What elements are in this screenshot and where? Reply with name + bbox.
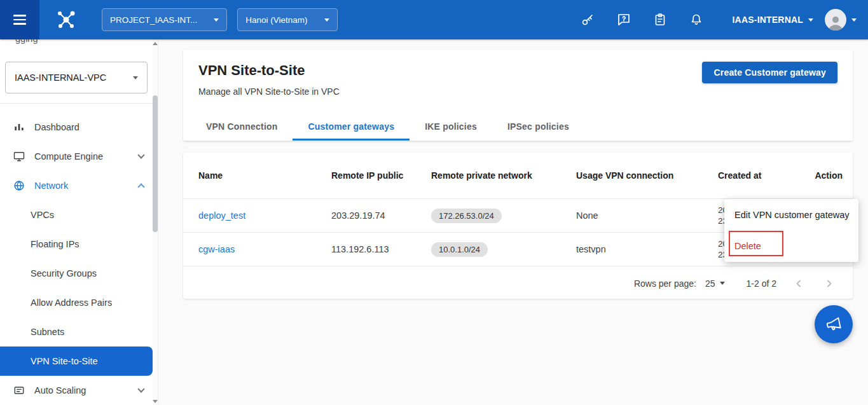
- scroll-down-arrow[interactable]: [153, 398, 158, 404]
- hamburger-icon: [13, 12, 26, 27]
- previous-page-button[interactable]: [790, 275, 807, 292]
- column-header-name: Name: [198, 170, 331, 181]
- project-selector[interactable]: PROJECT_IAAS-INT...: [102, 8, 227, 31]
- page-header-card: VPN Site-to-Site Manage all VPN Site-to-…: [183, 50, 853, 141]
- vpc-selector-value: IAAS-INTERNAL-VPC: [15, 72, 106, 83]
- remote-ip-cell: 113.192.6.113: [331, 244, 431, 254]
- page-title: VPN Site-to-Site: [198, 62, 305, 79]
- sidebar-item-dashboard[interactable]: Dashboard: [0, 113, 153, 142]
- chevron-up-icon: [137, 183, 144, 190]
- api-key-icon[interactable]: [580, 12, 595, 27]
- chevron-down-icon: [133, 76, 138, 79]
- menu-item-edit-vpn-customer-gateway[interactable]: Edit VPN customer gateway: [724, 199, 858, 230]
- usage-cell: None: [576, 210, 718, 221]
- tabs: VPN Connection Customer gateways IKE pol…: [183, 113, 853, 141]
- sidebar-item-label: Network: [34, 181, 130, 191]
- chevron-down-icon: [808, 18, 813, 22]
- sidebar-item-auto-scaling[interactable]: Auto Scaling: [0, 376, 153, 405]
- announcement-fab[interactable]: [815, 305, 853, 343]
- remote-ip-cell: 203.29.19.74: [331, 210, 431, 221]
- sidebar-scrollbar[interactable]: [153, 39, 158, 405]
- project-selector-value: PROJECT_IAAS-INT...: [110, 15, 197, 25]
- vpc-selector[interactable]: IAAS-INTERNAL-VPC: [5, 62, 148, 93]
- chevron-left-icon: [794, 279, 803, 288]
- chevron-down-icon: [137, 385, 144, 392]
- sidebar-item-security-groups[interactable]: Security Groups: [0, 259, 153, 288]
- next-page-button[interactable]: [821, 275, 837, 292]
- chevron-down-icon: [324, 18, 329, 22]
- dashboard-icon: [13, 121, 25, 134]
- column-header-remote-ip: Remote IP public: [331, 170, 431, 181]
- sidebar: gging IAAS-INTERNAL-VPC Dashboard Comput…: [0, 39, 158, 405]
- usage-cell: testvpn: [576, 244, 718, 254]
- sidebar-item-network[interactable]: Network: [0, 171, 153, 200]
- chevron-down-icon: [137, 151, 144, 158]
- sidebar-item-floating-ips[interactable]: Floating IPs: [0, 230, 153, 259]
- sidebar-item-label: Security Groups: [31, 268, 144, 278]
- clipboard-icon[interactable]: [652, 12, 668, 27]
- compute-engine-icon: [13, 150, 25, 163]
- region-selector-value: Hanoi (Vietnam): [245, 15, 307, 25]
- sidebar-item-vpcs[interactable]: VPCs: [0, 200, 153, 230]
- sidebar-item-label: Compute Engine: [34, 151, 130, 161]
- gateway-name-link[interactable]: deploy_test: [198, 210, 245, 221]
- create-customer-gateway-button[interactable]: Create Customer gateway: [702, 62, 837, 83]
- column-header-remote-network: Remote private network: [431, 170, 576, 181]
- scrollbar-thumb[interactable]: [153, 95, 158, 232]
- support-chat-icon[interactable]: [616, 12, 631, 27]
- menu-button[interactable]: [0, 0, 39, 39]
- tab-ike-policies[interactable]: IKE policies: [410, 113, 492, 141]
- chevron-down-icon: [214, 18, 219, 22]
- page-subtitle: Manage all VPN Site-to-Site in VPC: [198, 86, 340, 97]
- avatar-chevron-icon[interactable]: [851, 18, 857, 22]
- megaphone-icon: [823, 313, 844, 334]
- remote-network-chip: 10.0.1.0/24: [431, 242, 488, 257]
- app-logo[interactable]: [53, 8, 79, 32]
- table-pagination: Rows per page: 25 1-2 of 2: [183, 266, 853, 300]
- sidebar-nav: Dashboard Compute Engine Network VPCs Fl…: [0, 113, 153, 405]
- tab-ipsec-policies[interactable]: IPSec policies: [492, 113, 584, 141]
- scroll-up-arrow[interactable]: [153, 40, 158, 46]
- sidebar-item-label: VPN Site-to-Site: [31, 356, 144, 366]
- chevron-down-icon: [720, 282, 725, 285]
- column-header-usage: Usage VPN connection: [576, 170, 718, 181]
- sidebar-item-subnets[interactable]: Subnets: [0, 317, 153, 347]
- person-icon: [827, 14, 844, 31]
- sidebar-item-allow-address-pairs[interactable]: Allow Address Pairs: [0, 288, 153, 317]
- auto-scaling-icon: [13, 384, 25, 397]
- pagination-range: 1-2 of 2: [747, 278, 776, 289]
- sidebar-item-label: Auto Scaling: [34, 385, 130, 395]
- sidebar-item-label: Subnets: [31, 327, 144, 337]
- account-name: IAAS-INTERNAL: [733, 15, 803, 25]
- sidebar-item-vpn-site-to-site[interactable]: VPN Site-to-Site: [0, 347, 153, 376]
- rows-per-page-label: Rows per page:: [634, 278, 696, 289]
- sidebar-item-compute-engine[interactable]: Compute Engine: [0, 142, 153, 171]
- rows-per-page-value: 25: [705, 278, 715, 289]
- logo-icon: [53, 8, 79, 32]
- column-header-created-at: Created at: [718, 170, 807, 181]
- rows-per-page-select[interactable]: 25: [705, 278, 725, 289]
- sidebar-item-label: Dashboard: [34, 122, 144, 132]
- sidebar-item-label: Floating IPs: [31, 239, 144, 249]
- chevron-right-icon: [825, 279, 834, 288]
- sidebar-divider: [0, 103, 153, 104]
- notifications-bell-icon[interactable]: [689, 12, 704, 27]
- topbar: PROJECT_IAAS-INT... Hanoi (Vietnam) IAAS…: [0, 0, 868, 39]
- region-selector[interactable]: Hanoi (Vietnam): [237, 8, 337, 31]
- gateway-name-link[interactable]: cgw-iaas: [198, 244, 235, 254]
- menu-item-delete[interactable]: Delete: [724, 230, 858, 261]
- network-globe-icon: [13, 179, 25, 192]
- tab-customer-gateways[interactable]: Customer gateways: [293, 113, 410, 141]
- column-header-action: Action: [807, 170, 843, 181]
- tab-vpn-connection[interactable]: VPN Connection: [191, 113, 293, 141]
- sidebar-item-label: Allow Address Pairs: [31, 298, 144, 308]
- remote-network-chip: 172.26.53.0/24: [431, 209, 502, 223]
- sidebar-item-label: VPCs: [31, 210, 144, 220]
- account-menu[interactable]: IAAS-INTERNAL: [733, 15, 813, 25]
- table-header-row: Name Remote IP public Remote private net…: [183, 153, 853, 199]
- row-action-context-menu: Edit VPN customer gateway Delete: [724, 199, 858, 262]
- sidebar-clipped-item[interactable]: gging: [15, 39, 38, 44]
- avatar[interactable]: [825, 9, 846, 31]
